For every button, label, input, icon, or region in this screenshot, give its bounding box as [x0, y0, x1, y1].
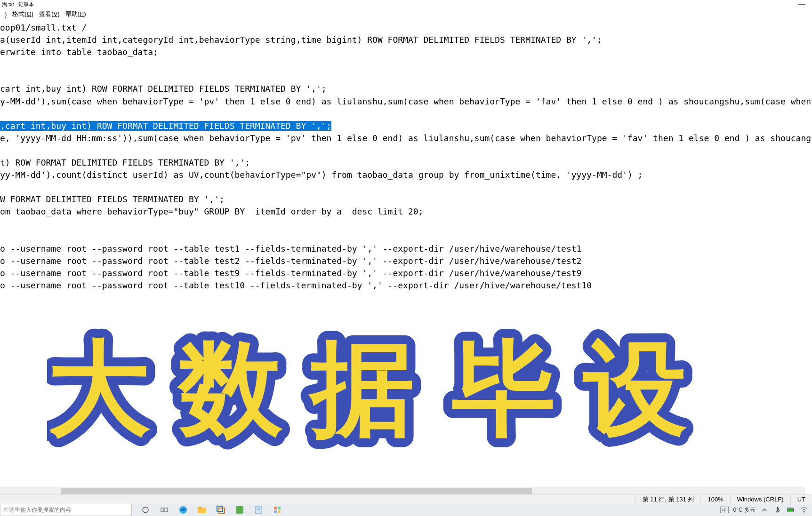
status-crlf: Windows (CRLF) [730, 495, 790, 504]
svg-text:毕: 毕 [451, 331, 555, 446]
menu-bar: ) 格式(O) 查看(V) 帮助(H) [0, 8, 812, 20]
battery-icon[interactable] [787, 506, 795, 514]
svg-rect-16 [217, 506, 223, 512]
svg-rect-12 [165, 508, 168, 512]
svg-text:设: 设 [582, 331, 687, 446]
svg-text:设: 设 [582, 331, 687, 446]
svg-rect-11 [161, 508, 164, 512]
code-line: e, 'yyyy-MM-dd HH:mm:ss')),sum(case when… [0, 133, 812, 143]
status-bar: 第 11 行, 第 131 列 100% Windows (CRLF) UT [0, 494, 812, 504]
code-line: o --username root --password root --tabl… [0, 244, 581, 254]
svg-rect-24 [274, 510, 277, 513]
windows-taskbar: 在这里输入你要搜索的内容 中 0°C 多云 [0, 504, 812, 516]
taskview-icon[interactable] [160, 506, 169, 514]
overlay-watermark: 大 大 数 数 据 据 毕 毕 设 设 [47, 325, 730, 467]
svg-text:大: 大 [47, 331, 151, 446]
svg-text:据: 据 [308, 331, 414, 446]
svg-point-33 [804, 511, 805, 513]
code-line: om taobao_data where behaviorType="buy" … [0, 206, 423, 216]
editor-content[interactable]: oop01/small.txt / a(userId int,itemId in… [0, 20, 812, 292]
status-encoding: UT [790, 495, 812, 504]
cortana-icon[interactable] [141, 506, 150, 514]
svg-rect-32 [788, 508, 793, 511]
window-titlebar: 淘.txt - 记事本 — [0, 0, 812, 8]
taskbar-search[interactable]: 在这里输入你要搜索的内容 [0, 504, 132, 516]
tray-chevron-icon[interactable] [760, 506, 769, 514]
menu-item-cut[interactable]: ) [2, 10, 9, 19]
svg-text:毕: 毕 [451, 331, 555, 446]
code-line: t) ROW FORMAT DELIMITED FIELDS TERMINATE… [0, 158, 250, 167]
mic-icon[interactable] [773, 506, 782, 514]
code-line: yy-MM-dd'),count(distinct userId) as UV,… [0, 170, 643, 180]
svg-text:大: 大 [47, 331, 151, 446]
code-line: erwrite into table taobao_data; [0, 47, 158, 57]
code-line: cart int,buy int) ROW FORMAT DELIMITED F… [0, 84, 327, 94]
code-line: o --username root --password root --tabl… [0, 256, 581, 266]
app-colorful-icon[interactable] [273, 506, 281, 514]
menu-item-format[interactable]: 格式(O) [9, 9, 36, 19]
system-tray: 中 0°C 多云 [720, 506, 812, 514]
svg-point-10 [143, 507, 148, 513]
svg-text:数: 数 [177, 331, 283, 446]
code-line: y-MM-dd'),sum(case when behaviorType = '… [0, 96, 812, 106]
svg-text:据: 据 [308, 331, 414, 446]
svg-rect-28 [777, 507, 779, 511]
app-green-icon[interactable] [235, 506, 244, 514]
menu-item-help[interactable]: 帮助(H) [63, 9, 89, 19]
explorer-icon[interactable] [198, 506, 206, 514]
editor-area[interactable]: oop01/small.txt / a(userId int,itemId in… [0, 20, 812, 487]
svg-rect-18 [236, 506, 243, 514]
wifi-icon[interactable] [800, 506, 808, 514]
selected-text: ,cart int,buy int) ROW FORMAT DELIMITED … [0, 121, 331, 131]
svg-rect-25 [278, 510, 281, 513]
code-line: o --username root --password root --tabl… [0, 280, 592, 290]
status-cursor-pos: 第 11 行, 第 131 列 [635, 495, 701, 504]
window-title: 淘.txt - 记事本 [2, 1, 34, 8]
code-line: oop01/small.txt / [0, 23, 87, 32]
svg-text:数: 数 [177, 331, 283, 446]
search-placeholder: 在这里输入你要搜索的内容 [3, 506, 71, 514]
weather-widget[interactable]: 0°C 多云 [733, 506, 756, 514]
svg-rect-19 [256, 506, 261, 514]
notepad-icon[interactable] [254, 506, 263, 514]
svg-rect-15 [198, 507, 201, 508]
svg-text:中: 中 [722, 508, 727, 513]
taskbar-apps [141, 506, 281, 514]
minimize-button[interactable]: — [798, 0, 810, 8]
menu-item-view[interactable]: 查看(V) [36, 9, 62, 19]
code-line: o --username root --password root --tabl… [0, 268, 581, 278]
svg-rect-23 [278, 507, 281, 509]
ime-icon[interactable]: 中 [720, 506, 729, 514]
svg-rect-31 [793, 509, 794, 511]
status-zoom: 100% [700, 495, 730, 504]
svg-rect-17 [219, 508, 225, 514]
vmware-icon[interactable] [217, 506, 225, 514]
edge-icon[interactable] [179, 506, 187, 514]
code-line: W FORMAT DELIMITED FIELDS TERMINATED BY … [0, 194, 225, 204]
svg-rect-22 [274, 507, 277, 509]
code-line: a(userId int,itemId int,categoryId int,b… [0, 35, 602, 45]
